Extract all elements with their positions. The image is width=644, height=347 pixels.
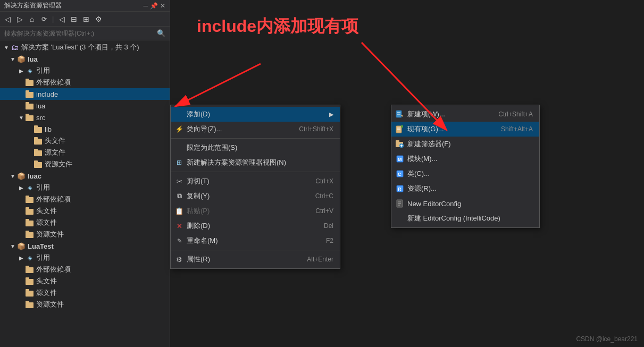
lua-src-resource[interactable]: 资源文件 — [0, 158, 170, 170]
ctx-class-wizard[interactable]: ⚡ 类向导(Z)... Ctrl+Shift+X — [171, 122, 340, 137]
luatest-source[interactable]: 源文件 — [0, 287, 170, 299]
luatest-resource[interactable]: 资源文件 — [0, 299, 170, 310]
luatest-source-icon — [26, 289, 34, 297]
ctx-scope-label: 限定为此范围(S) — [187, 143, 333, 153]
sub-new-editorconfig[interactable]: New EditorConfig — [391, 196, 539, 211]
sub-existing-item-shortcut: Shift+Alt+A — [501, 125, 533, 133]
ctx-cut-shortcut: Ctrl+X — [315, 177, 333, 185]
forward-btn[interactable]: ▷ — [14, 14, 25, 24]
luac-dep-label: 外部依赖项 — [36, 194, 71, 204]
sub-class-label: 类(C)... — [407, 169, 533, 179]
ctx-new-view[interactable]: ⊞ 新建解决方案资源管理器视图(N) — [171, 155, 340, 170]
luatest-header[interactable]: 头文件 — [0, 275, 170, 287]
ctx-class-wizard-shortcut: Ctrl+Shift+X — [299, 125, 333, 133]
luatest-ref-arrow: ▶ — [17, 253, 26, 262]
luac-ref[interactable]: ▶ ◈ 引用 — [0, 182, 170, 193]
annotation-area: include内添加现有项 — [197, 15, 358, 38]
back2-btn[interactable]: ◁ — [56, 14, 67, 24]
luac-header-label: 头文件 — [36, 206, 57, 216]
svg-rect-13 — [34, 149, 38, 151]
sub-existing-item[interactable]: 现有项(G)... Shift+Alt+A — [391, 122, 539, 137]
sub-existing-item-label: 现有项(G)... — [407, 124, 490, 134]
sub-existing-item-icon — [396, 125, 404, 133]
project-lua[interactable]: ▼ 📦 lua — [0, 53, 170, 65]
se-title: 解决方案资源管理器 — [4, 1, 62, 10]
sync-btn[interactable]: ⟳ — [39, 14, 49, 24]
pin-btn[interactable]: 📌 — [150, 2, 158, 10]
sub-module[interactable]: M 模块(M)... — [391, 151, 539, 166]
lua-lua-label: lua — [36, 102, 45, 110]
luac-source-icon — [26, 218, 34, 227]
lua-src-source[interactable]: 源文件 — [0, 147, 170, 158]
svg-rect-7 — [26, 114, 29, 116]
se-titlebar: 解决方案资源管理器 ─ 📌 ✕ — [0, 0, 170, 12]
lua-src-header[interactable]: 头文件 — [0, 135, 170, 147]
sub-new-editorconfig-intellicode-label: 新建 EditorConfig (IntelliCode) — [407, 214, 533, 223]
split-btn[interactable]: ⊟ — [69, 14, 79, 24]
lua-src-lib[interactable]: lib — [0, 123, 170, 135]
luatest-ref-label: 引用 — [36, 253, 50, 263]
luac-resource[interactable]: 资源文件 — [0, 228, 170, 240]
lua-src-header-icon — [34, 137, 43, 145]
close-btn[interactable]: ✕ — [160, 2, 165, 10]
lua-src-lib-label: lib — [45, 125, 52, 133]
ctx-add[interactable]: 添加(D) ▶ — [171, 107, 340, 122]
back-btn[interactable]: ◁ — [2, 14, 13, 24]
luatest-ref[interactable]: ▶ ◈ 引用 — [0, 252, 170, 264]
project-luatest[interactable]: ▼ 📦 LuaTest — [0, 240, 170, 252]
lua-lua[interactable]: lua — [0, 100, 170, 112]
lua-include[interactable]: include — [0, 88, 170, 100]
luatest-header-icon — [26, 277, 34, 285]
svg-rect-6 — [26, 115, 34, 121]
luac-header[interactable]: 头文件 — [0, 205, 170, 217]
svg-text:R: R — [398, 187, 402, 192]
ctx-delete[interactable]: ✕ 删除(D) Del — [171, 218, 340, 233]
lua-src[interactable]: ▼ src — [0, 112, 170, 123]
home-btn[interactable]: ⌂ — [27, 14, 37, 24]
luatest-source-label: 源文件 — [36, 288, 57, 298]
luac-dep[interactable]: 外部依赖项 — [0, 193, 170, 205]
luac-arrow: ▼ — [9, 172, 17, 180]
ctx-paste-icon: 📋 — [175, 207, 183, 215]
lua-ref-icon: ◈ — [26, 66, 34, 75]
merge-btn[interactable]: ⊞ — [81, 14, 91, 24]
search-input[interactable] — [4, 30, 154, 37]
sub-new-item-label: 新建项(W)... — [407, 109, 488, 119]
settings-btn[interactable]: ⚙ — [93, 14, 104, 24]
sub-new-item[interactable]: 新建项(W)... Ctrl+Shift+A — [391, 107, 539, 122]
lua-dep-icon — [26, 78, 34, 87]
tree-root[interactable]: ▼ 🗂 解决方案 'LuaTest' (3 个项目，共 3 个) — [0, 41, 170, 53]
ctx-paste[interactable]: 📋 粘贴(P) Ctrl+V — [171, 204, 340, 218]
ctx-copy[interactable]: ⧉ 复制(Y) Ctrl+C — [171, 189, 340, 204]
ctx-properties[interactable]: ⚙ 属性(R) Alt+Enter — [171, 252, 340, 267]
lua-src-arrow: ▼ — [17, 113, 26, 122]
minimize-btn[interactable]: ─ — [143, 2, 148, 10]
ctx-cut[interactable]: ✂ 剪切(T) Ctrl+X — [171, 174, 340, 189]
solution-explorer: 解决方案资源管理器 ─ 📌 ✕ ◁ ▷ ⌂ ⟳ | ◁ ⊟ ⊞ ⚙ 🔍 ▼ 🗂 … — [0, 0, 170, 347]
sub-class-icon: C — [396, 170, 404, 178]
ctx-add-arrow: ▶ — [329, 111, 333, 118]
luatest-dep[interactable]: 外部依赖项 — [0, 264, 170, 275]
svg-rect-5 — [26, 102, 29, 104]
luac-source[interactable]: 源文件 — [0, 217, 170, 228]
lua-ref-label: 引用 — [36, 66, 50, 75]
ctx-rename-label: 重命名(M) — [187, 236, 315, 246]
project-luac[interactable]: ▼ 📦 luac — [0, 170, 170, 182]
sub-resource[interactable]: R 资源(R)... — [391, 181, 539, 196]
sub-new-filter[interactable]: 新建筛选器(F) — [391, 137, 539, 151]
sub-new-editorconfig-intellicode[interactable]: 新建 EditorConfig (IntelliCode) — [391, 211, 539, 226]
lua-ref[interactable]: ▶ ◈ 引用 — [0, 65, 170, 77]
watermark-text: CSDN @ice_bear221 — [576, 335, 638, 343]
ctx-rename-shortcut: F2 — [326, 237, 333, 244]
ctx-new-view-label: 新建解决方案资源管理器视图(N) — [187, 158, 333, 167]
lua-dep[interactable]: 外部依赖项 — [0, 77, 170, 88]
ctx-class-wizard-label: 类向导(Z)... — [187, 124, 288, 134]
ctx-scope[interactable]: 限定为此范围(S) — [171, 140, 340, 155]
sub-class[interactable]: C 类(C)... — [391, 166, 539, 181]
ctx-properties-label: 属性(R) — [187, 255, 296, 264]
svg-marker-42 — [401, 125, 403, 128]
ctx-rename[interactable]: ✎ 重命名(M) F2 — [171, 233, 340, 248]
luatest-resource-icon — [26, 300, 34, 309]
svg-rect-25 — [26, 266, 29, 268]
svg-rect-10 — [34, 139, 42, 145]
